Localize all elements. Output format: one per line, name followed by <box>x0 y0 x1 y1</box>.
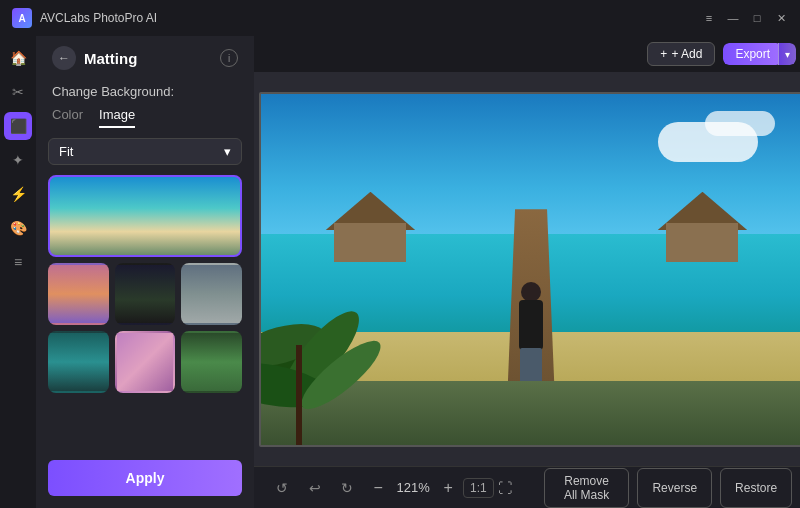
bg-image-cloudy[interactable] <box>181 263 242 325</box>
bg-image-beach[interactable] <box>48 175 242 257</box>
export-dropdown-button[interactable]: ▾ <box>778 43 796 65</box>
add-label: + Add <box>671 47 702 61</box>
change-bg-label: Change Background: <box>36 80 254 107</box>
sidebar-item-color[interactable]: 🎨 <box>4 214 32 242</box>
sidebar-item-effects[interactable]: ⚡ <box>4 180 32 208</box>
person-body <box>519 300 543 350</box>
hut-right-body <box>666 223 738 262</box>
zoom-controls: − 121% + 1:1 ⛶ <box>367 477 512 499</box>
fit-select-row: Fit ▾ <box>36 138 254 165</box>
icon-sidebar: 🏠 ✂ ⬛ ✦ ⚡ 🎨 ≡ <box>0 36 36 508</box>
sidebar-item-matting[interactable]: ⬛ <box>4 112 32 140</box>
bottom-right-buttons: Remove All Mask Reverse Restore <box>544 468 792 508</box>
apply-btn-row: Apply <box>36 448 254 508</box>
bg-image-dark-mountain[interactable] <box>115 263 176 325</box>
zoom-ratio-button[interactable]: 1:1 <box>463 478 494 498</box>
panel-header: ← Matting i <box>36 36 254 80</box>
sidebar-item-cut[interactable]: ✂ <box>4 78 32 106</box>
apply-button[interactable]: Apply <box>48 460 242 496</box>
app-logo: A <box>12 8 32 28</box>
top-header: + + Add Export ▾ <box>254 36 800 72</box>
zoom-plus-button[interactable]: + <box>437 477 459 499</box>
export-button[interactable]: Export <box>723 43 782 65</box>
remove-all-mask-button[interactable]: Remove All Mask <box>544 468 630 508</box>
person-silhouette <box>513 282 549 392</box>
sidebar-item-enhance[interactable]: ✦ <box>4 146 32 174</box>
bg-image-purple[interactable] <box>115 331 176 393</box>
bottom-toolbar: ↺ ↩ ↻ − 121% + 1:1 ⛶ Remove All Mask Rev… <box>254 466 800 508</box>
cloud2 <box>705 111 775 136</box>
sidebar-item-settings[interactable]: ≡ <box>4 248 32 276</box>
zoom-minus-button[interactable]: − <box>367 477 389 499</box>
close-button[interactable]: ✕ <box>774 11 788 25</box>
left-panel: ← Matting i Change Background: Color Ima… <box>36 36 254 508</box>
undo-button[interactable]: ↺ <box>270 474 294 502</box>
tabs-row: Color Image <box>36 107 254 128</box>
back-button[interactable]: ← <box>52 46 76 70</box>
minimize-button[interactable]: — <box>726 11 740 25</box>
titlebar: A AVCLabs PhotoPro AI ≡ — □ ✕ <box>0 0 800 36</box>
image-frame <box>259 92 800 447</box>
redo-button[interactable]: ↻ <box>335 474 359 502</box>
restore-button[interactable]: Restore <box>720 468 792 508</box>
menu-icon[interactable]: ≡ <box>702 11 716 25</box>
reverse-button[interactable]: Reverse <box>637 468 712 508</box>
canvas-area <box>254 72 800 466</box>
add-icon: + <box>660 47 667 61</box>
bg-images-row-1 <box>48 263 242 325</box>
zoom-level-display: 121% <box>393 480 433 495</box>
tab-color[interactable]: Color <box>52 107 83 128</box>
main-photo <box>261 94 800 445</box>
plant-left <box>261 265 421 445</box>
undo2-button[interactable]: ↩ <box>302 474 326 502</box>
bg-image-sunset[interactable] <box>48 263 109 325</box>
hut-left <box>325 192 415 262</box>
svg-rect-5 <box>296 345 302 445</box>
bg-image-teal[interactable] <box>48 331 109 393</box>
fit-select-arrow: ▾ <box>224 144 231 159</box>
info-button[interactable]: i <box>220 49 238 67</box>
bg-image-green[interactable] <box>181 331 242 393</box>
maximize-button[interactable]: □ <box>750 11 764 25</box>
sidebar-item-home[interactable]: 🏠 <box>4 44 32 72</box>
panel-title: Matting <box>84 50 212 67</box>
main-layout: 🏠 ✂ ⬛ ✦ ⚡ 🎨 ≡ ← Matting i Change Backgro… <box>0 36 800 508</box>
bg-images-row-2 <box>48 331 242 393</box>
hut-left-body <box>334 223 406 262</box>
person-head <box>521 282 541 302</box>
app-title: AVCLabs PhotoPro AI <box>40 11 702 25</box>
window-controls: ≡ — □ ✕ <box>702 11 788 25</box>
fit-select[interactable]: Fit ▾ <box>48 138 242 165</box>
add-button[interactable]: + + Add <box>647 42 715 66</box>
bg-images-grid <box>36 175 254 448</box>
fit-frame-button[interactable]: ⛶ <box>498 480 512 496</box>
fit-select-value: Fit <box>59 144 73 159</box>
hut-right <box>657 192 747 262</box>
tab-image[interactable]: Image <box>99 107 135 128</box>
right-area: + + Add Export ▾ <box>254 36 800 508</box>
